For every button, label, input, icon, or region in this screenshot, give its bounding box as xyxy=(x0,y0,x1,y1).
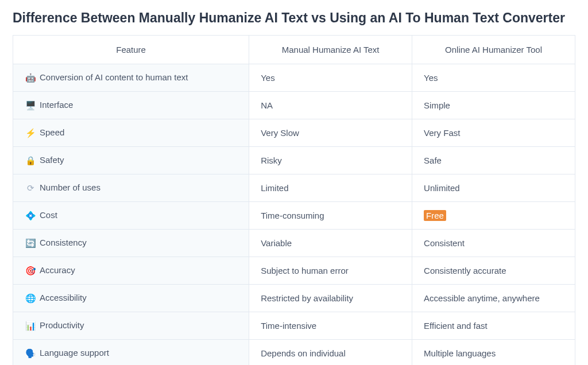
feature-cell: ⚡Speed xyxy=(13,119,249,147)
manual-value: Time-intensive xyxy=(249,312,412,340)
bolt-icon: ⚡ xyxy=(25,128,36,138)
feature-label: Speed xyxy=(40,127,64,137)
tool-value: Safe xyxy=(412,147,575,174)
table-row: 🖥️InterfaceNASimple xyxy=(13,92,575,119)
tool-value: Consistently accurate xyxy=(412,257,575,285)
manual-value: Variable xyxy=(249,230,412,257)
target-icon: 🎯 xyxy=(25,266,36,276)
feature-label: Interface xyxy=(40,100,73,110)
table-row: 🌐AccessibilityRestricted by availability… xyxy=(13,285,575,312)
manual-value: NA xyxy=(249,92,412,119)
highlight-badge: Free xyxy=(424,210,446,221)
feature-cell: 🖥️Interface xyxy=(13,92,249,119)
tool-value: Consistent xyxy=(412,230,575,257)
tool-value: Multiple languages xyxy=(412,340,575,365)
table-row: 🎯AccuracySubject to human errorConsisten… xyxy=(13,257,575,285)
column-header-feature: Feature xyxy=(13,36,249,64)
feature-cell: 🎯Accuracy xyxy=(13,257,249,285)
table-header-row: Feature Manual Humanize AI Text Online A… xyxy=(13,36,575,64)
tool-value: Unlimited xyxy=(412,174,575,202)
manual-value: Limited xyxy=(249,174,412,202)
robot-icon: 🤖 xyxy=(25,73,36,83)
column-header-tool: Online AI Humanizer Tool xyxy=(412,36,575,64)
table-row: ⟳Number of usesLimitedUnlimited xyxy=(13,174,575,202)
manual-value: Risky xyxy=(249,147,412,174)
feature-label: Safety xyxy=(40,155,64,165)
feature-label: Productivity xyxy=(40,320,84,330)
table-row: 🤖Conversion of AI content to human textY… xyxy=(13,64,575,92)
column-header-manual: Manual Humanize AI Text xyxy=(249,36,412,64)
feature-label: Number of uses xyxy=(40,182,100,192)
manual-value: Restricted by availability xyxy=(249,285,412,312)
feature-cell: 💠Cost xyxy=(13,202,249,230)
chart-icon: 📊 xyxy=(25,321,36,331)
table-row: 💠CostTime-consumingFree xyxy=(13,202,575,230)
manual-value: Very Slow xyxy=(249,119,412,147)
table-row: 🔄ConsistencyVariableConsistent xyxy=(13,230,575,257)
feature-cell: 🌐Accessibility xyxy=(13,285,249,312)
tool-value: Free xyxy=(412,202,575,230)
tool-value: Very Fast xyxy=(412,119,575,147)
manual-value: Depends on individual xyxy=(249,340,412,365)
feature-cell: 📊Productivity xyxy=(13,312,249,340)
manual-value: Yes xyxy=(249,64,412,92)
table-row: 🗣️Language supportDepends on individualM… xyxy=(13,340,575,365)
table-row: ⚡SpeedVery SlowVery Fast xyxy=(13,119,575,147)
tool-value: Efficient and fast xyxy=(412,312,575,340)
lock-icon: 🔒 xyxy=(25,156,36,166)
feature-cell: 🔄Consistency xyxy=(13,230,249,257)
feature-cell: ⟳Number of uses xyxy=(13,174,249,202)
feature-cell: 🗣️Language support xyxy=(13,340,249,365)
page-title: Difference Between Manually Humanize AI … xyxy=(13,10,575,26)
speech-icon: 🗣️ xyxy=(25,348,36,359)
feature-cell: 🤖Conversion of AI content to human text xyxy=(13,64,249,92)
diamond-icon: 💠 xyxy=(25,211,36,221)
tool-value: Yes xyxy=(412,64,575,92)
feature-label: Conversion of AI content to human text xyxy=(40,72,188,82)
sync-icon: 🔄 xyxy=(25,238,36,248)
refresh-icon: ⟳ xyxy=(25,183,36,193)
tool-value: Accessible anytime, anywhere xyxy=(412,285,575,312)
table-row: 📊ProductivityTime-intensiveEfficient and… xyxy=(13,312,575,340)
manual-value: Subject to human error xyxy=(249,257,412,285)
feature-label: Language support xyxy=(40,348,109,358)
feature-label: Accuracy xyxy=(40,265,75,275)
feature-cell: 🔒Safety xyxy=(13,147,249,174)
feature-label: Cost xyxy=(40,210,57,220)
table-row: 🔒SafetyRiskySafe xyxy=(13,147,575,174)
comparison-table: Feature Manual Humanize AI Text Online A… xyxy=(13,35,575,365)
feature-label: Accessibility xyxy=(40,293,87,302)
manual-value: Time-consuming xyxy=(249,202,412,230)
globe-icon: 🌐 xyxy=(25,293,36,304)
monitor-icon: 🖥️ xyxy=(25,100,36,111)
tool-value: Simple xyxy=(412,92,575,119)
feature-label: Consistency xyxy=(40,238,87,247)
